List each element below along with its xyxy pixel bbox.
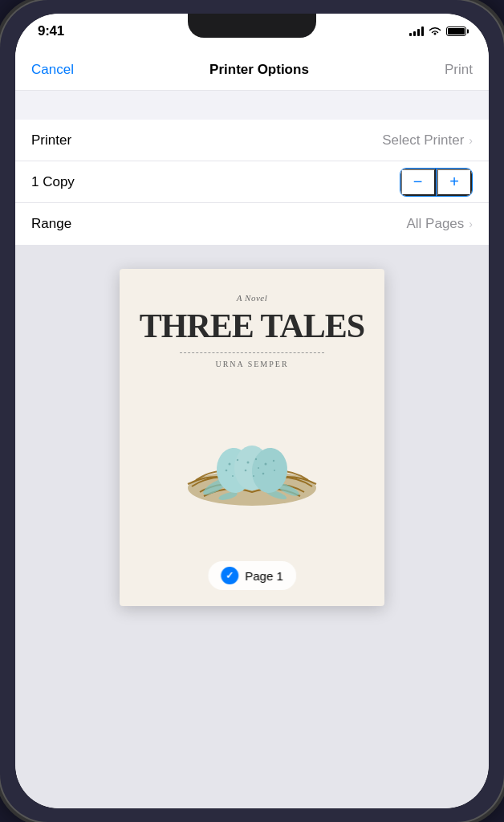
battery-icon bbox=[446, 26, 466, 36]
book-preview: A Novel THREE TALES URNA SEMPER bbox=[120, 269, 384, 606]
nest-illustration bbox=[172, 384, 332, 512]
svg-point-9 bbox=[237, 459, 238, 461]
phone-border: 9:41 Cancel P bbox=[15, 14, 489, 808]
printer-chevron-icon: › bbox=[469, 134, 473, 147]
page-text: Page 1 bbox=[245, 569, 283, 583]
svg-point-14 bbox=[245, 470, 247, 472]
svg-point-18 bbox=[273, 460, 274, 462]
svg-point-13 bbox=[255, 458, 257, 460]
options-list: Printer Select Printer › 1 Copy − + bbox=[15, 120, 489, 245]
svg-point-12 bbox=[247, 462, 250, 464]
range-value-text: All Pages bbox=[407, 216, 465, 232]
phone-frame: 9:41 Cancel P bbox=[0, 0, 504, 822]
book-title: THREE TALES bbox=[140, 309, 364, 343]
svg-point-19 bbox=[262, 473, 265, 475]
plus-button[interactable]: + bbox=[437, 169, 472, 196]
status-time: 9:41 bbox=[38, 23, 64, 39]
nav-bar: Cancel Printer Options Print bbox=[15, 49, 489, 91]
copies-row: 1 Copy − + bbox=[15, 161, 489, 203]
printer-value-group: Select Printer › bbox=[382, 132, 473, 149]
book-author: URNA SEMPER bbox=[215, 360, 288, 368]
preview-area: A Novel THREE TALES URNA SEMPER bbox=[15, 245, 489, 808]
screen: 9:41 Cancel P bbox=[15, 14, 489, 808]
nav-title: Printer Options bbox=[209, 62, 309, 78]
range-value-group: All Pages › bbox=[407, 216, 474, 232]
page-badge: ✓ Page 1 bbox=[208, 561, 296, 590]
svg-point-11 bbox=[232, 475, 234, 477]
notch bbox=[188, 14, 316, 38]
svg-point-15 bbox=[253, 475, 254, 477]
book-subtitle: A Novel bbox=[237, 293, 267, 303]
status-icons bbox=[409, 26, 466, 36]
signal-bars-icon bbox=[409, 26, 424, 36]
copies-label: 1 Copy bbox=[31, 174, 75, 190]
range-label: Range bbox=[31, 216, 71, 232]
svg-point-17 bbox=[265, 463, 267, 466]
cancel-button[interactable]: Cancel bbox=[31, 62, 74, 78]
copy-stepper: − + bbox=[400, 168, 474, 197]
printer-value-text: Select Printer bbox=[382, 132, 464, 149]
svg-point-8 bbox=[229, 463, 231, 466]
page-check-icon: ✓ bbox=[221, 567, 238, 584]
printer-row[interactable]: Printer Select Printer › bbox=[15, 120, 489, 161]
print-button: Print bbox=[445, 62, 473, 78]
range-row[interactable]: Range All Pages › bbox=[15, 203, 489, 245]
minus-button[interactable]: − bbox=[400, 169, 436, 196]
options-section: Printer Select Printer › 1 Copy − + bbox=[15, 120, 489, 245]
book-divider bbox=[180, 352, 324, 353]
svg-point-10 bbox=[226, 470, 228, 472]
range-chevron-icon: › bbox=[469, 218, 473, 230]
wifi-icon bbox=[429, 26, 441, 36]
section-gap bbox=[15, 91, 489, 120]
svg-point-16 bbox=[258, 467, 259, 469]
printer-label: Printer bbox=[31, 132, 71, 149]
svg-point-20 bbox=[274, 470, 275, 471]
